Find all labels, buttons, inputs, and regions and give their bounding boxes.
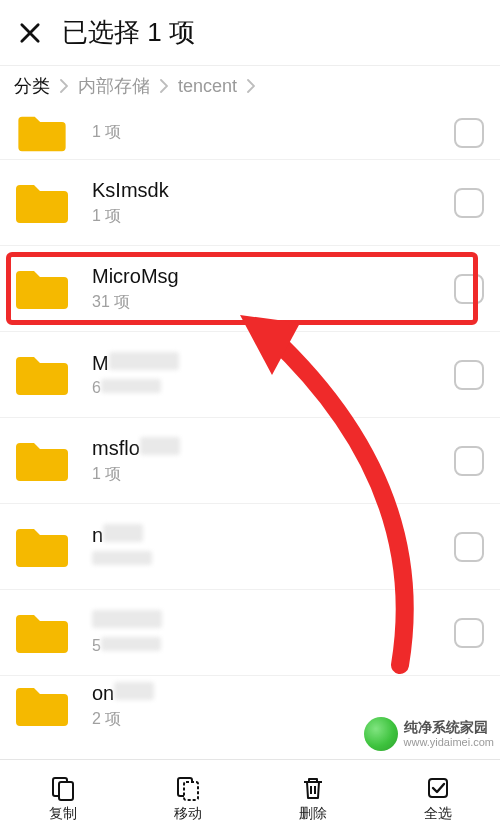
svg-rect-2	[59, 782, 73, 800]
list-item[interactable]: n	[0, 504, 500, 590]
action-label: 全选	[424, 805, 452, 823]
move-button[interactable]: 移动	[125, 760, 250, 837]
list-item[interactable]: M 6	[0, 332, 500, 418]
censored-text	[140, 437, 180, 455]
watermark: 纯净系统家园 www.yidaimei.com	[364, 717, 494, 751]
list-item-name: MicroMsg	[92, 265, 454, 288]
checkbox[interactable]	[454, 446, 484, 476]
list-item[interactable]: 1 项	[0, 106, 500, 160]
checkbox[interactable]	[454, 618, 484, 648]
folder-icon	[14, 684, 70, 728]
page-title: 已选择 1 项	[62, 15, 195, 50]
copy-button[interactable]: 复制	[0, 760, 125, 837]
select-all-button[interactable]: 全选	[375, 760, 500, 837]
list-item-text: 5	[92, 610, 454, 655]
action-label: 复制	[49, 805, 77, 823]
delete-button[interactable]: 删除	[250, 760, 375, 837]
folder-icon	[14, 525, 70, 569]
list-item-text: 1 项	[92, 122, 454, 143]
list-item-text: n	[92, 524, 454, 569]
list-item-sub: 5	[92, 637, 454, 655]
folder-list: 1 项 KsImsdk 1 项 MicroMsg 31 项	[0, 106, 500, 736]
action-label: 删除	[299, 805, 327, 823]
chevron-right-icon	[160, 79, 168, 93]
checkbox[interactable]	[454, 188, 484, 218]
list-item-text: MicroMsg 31 项	[92, 265, 454, 313]
list-item-name: n	[92, 524, 454, 547]
list-item[interactable]: 5	[0, 590, 500, 676]
header: 已选择 1 项	[0, 0, 500, 66]
svg-rect-4	[184, 782, 198, 800]
watermark-line2: www.yidaimei.com	[404, 736, 494, 748]
list-item-sub	[92, 551, 454, 569]
censored-text	[103, 524, 143, 542]
chevron-right-icon	[60, 79, 68, 93]
list-item[interactable]: KsImsdk 1 项	[0, 160, 500, 246]
list-item-name	[92, 610, 454, 633]
copy-icon	[50, 775, 76, 801]
list-item-name: KsImsdk	[92, 179, 454, 202]
folder-icon	[14, 439, 70, 483]
list-item-text: M 6	[92, 352, 454, 397]
checkbox[interactable]	[454, 360, 484, 390]
action-label: 移动	[174, 805, 202, 823]
breadcrumb: 分类 内部存储 tencent	[0, 66, 500, 106]
folder-icon	[14, 113, 70, 153]
checkbox[interactable]	[454, 274, 484, 304]
file-manager-screen: 已选择 1 项 分类 内部存储 tencent 1 项 KsImsdk	[0, 0, 500, 837]
select-all-icon	[425, 775, 451, 801]
censored-text	[92, 610, 162, 628]
censored-text	[101, 637, 161, 651]
list-item-sub: 31 项	[92, 292, 454, 313]
censored-text	[114, 682, 154, 700]
list-item-sub: 1 项	[92, 206, 454, 227]
trash-icon	[300, 775, 326, 801]
list-item-sub: 1 项	[92, 122, 454, 143]
censored-text	[109, 352, 179, 370]
list-item-text: msflo 1 项	[92, 437, 454, 485]
list-item[interactable]: msflo 1 项	[0, 418, 500, 504]
watermark-logo	[364, 717, 398, 751]
crumb-1[interactable]: 内部存储	[78, 74, 150, 98]
list-item-name: M	[92, 352, 454, 375]
watermark-line1: 纯净系统家园	[404, 720, 494, 735]
move-icon	[175, 775, 201, 801]
folder-icon	[14, 611, 70, 655]
checkbox[interactable]	[454, 118, 484, 148]
folder-icon	[14, 181, 70, 225]
list-item-micromsg[interactable]: MicroMsg 31 项	[0, 246, 500, 332]
crumb-0[interactable]: 分类	[14, 74, 50, 98]
close-icon[interactable]	[16, 19, 44, 47]
list-item-name: msflo	[92, 437, 454, 460]
censored-text	[101, 379, 161, 393]
chevron-right-icon	[247, 79, 255, 93]
svg-rect-5	[429, 779, 447, 797]
folder-icon	[14, 353, 70, 397]
list-item-text: KsImsdk 1 项	[92, 179, 454, 227]
list-item-name: on	[92, 682, 484, 705]
censored-text	[92, 551, 152, 565]
list-item-sub: 1 项	[92, 464, 454, 485]
folder-icon	[14, 267, 70, 311]
list-item-sub: 6	[92, 379, 454, 397]
bottom-action-bar: 复制 移动 删除 全选	[0, 759, 500, 837]
checkbox[interactable]	[454, 532, 484, 562]
watermark-text: 纯净系统家园 www.yidaimei.com	[404, 720, 494, 747]
crumb-2[interactable]: tencent	[178, 76, 237, 97]
